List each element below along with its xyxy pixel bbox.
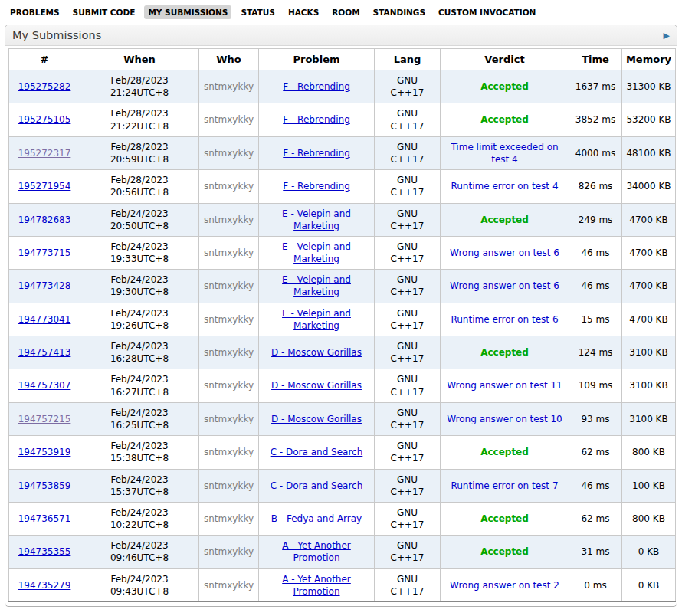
- submission-time: 20:56UTC+8: [84, 186, 195, 198]
- submission-id-link[interactable]: 194757215: [18, 414, 71, 424]
- submission-id-cell: 194757413: [9, 336, 80, 369]
- verdict-text[interactable]: Wrong answer on test 10: [447, 414, 562, 424]
- problem-link[interactable]: F - Rebrending: [283, 181, 350, 192]
- user-handle-link[interactable]: sntmxykky: [204, 314, 254, 325]
- submission-lang-cell: GNU C++17: [375, 436, 441, 469]
- nav-item-hacks[interactable]: HACKS: [284, 5, 323, 19]
- problem-link[interactable]: F - Rebrending: [283, 114, 350, 125]
- user-handle-link[interactable]: sntmxykky: [204, 480, 254, 491]
- submission-id-link[interactable]: 194773428: [18, 280, 71, 291]
- submission-id-link[interactable]: 194736571: [18, 513, 71, 524]
- execution-time-cell: 1637 ms: [569, 70, 622, 103]
- verdict-text[interactable]: Wrong answer on test 2: [450, 580, 559, 591]
- user-handle-link[interactable]: sntmxykky: [204, 414, 254, 424]
- submission-id-link[interactable]: 195275282: [18, 81, 71, 92]
- verdict-text[interactable]: Runtime error on test 4: [451, 181, 558, 192]
- user-handle-link[interactable]: sntmxykky: [204, 181, 254, 192]
- problem-link[interactable]: E - Velepin and Marketing: [282, 241, 351, 264]
- user-handle-link[interactable]: sntmxykky: [204, 347, 254, 358]
- submission-id-link[interactable]: 194757307: [18, 380, 71, 391]
- submission-verdict-cell: Wrong answer on test 2: [441, 568, 569, 601]
- submission-id-link[interactable]: 194753919: [18, 447, 71, 457]
- submission-when-cell: Feb/28/2023 20:56UTC+8: [80, 170, 199, 203]
- nav-item-my-submissions[interactable]: MY SUBMISSIONS: [144, 5, 231, 19]
- submission-row: 194736571 Feb/24/2023 10:22UTC+8 sntmxyk…: [9, 502, 676, 535]
- submission-date: Feb/24/2023: [84, 307, 195, 319]
- problem-link[interactable]: B - Fedya and Array: [271, 513, 362, 524]
- verdict-text[interactable]: Accepted: [480, 546, 529, 557]
- user-handle-link[interactable]: sntmxykky: [204, 513, 254, 524]
- problem-link[interactable]: A - Yet Another Promotion: [282, 574, 351, 597]
- verdict-text[interactable]: Wrong answer on test 6: [450, 247, 559, 258]
- problem-link[interactable]: D - Moscow Gorillas: [271, 380, 362, 391]
- verdict-text[interactable]: Accepted: [480, 447, 529, 457]
- nav-item-problems[interactable]: PROBLEMS: [6, 5, 64, 19]
- verdict-text[interactable]: Wrong answer on test 11: [447, 380, 562, 391]
- problem-link[interactable]: A - Yet Another Promotion: [282, 540, 351, 563]
- submission-date: Feb/24/2023: [84, 407, 195, 419]
- submission-when-cell: Feb/24/2023 15:37UTC+8: [80, 469, 199, 502]
- verdict-text[interactable]: Wrong answer on test 6: [450, 280, 559, 291]
- user-handle-link[interactable]: sntmxykky: [204, 380, 254, 391]
- submission-row: 194757215 Feb/24/2023 16:25UTC+8 sntmxyk…: [9, 402, 676, 435]
- problem-link[interactable]: D - Moscow Gorillas: [271, 414, 362, 424]
- problem-link[interactable]: E - Velepin and Marketing: [282, 274, 351, 297]
- submission-id-link[interactable]: 194773041: [18, 314, 71, 325]
- problem-link[interactable]: E - Velepin and Marketing: [282, 308, 351, 331]
- submission-problem-cell: F - Rebrending: [259, 70, 375, 103]
- submission-id-cell: 194773715: [9, 236, 80, 269]
- submission-row: 194782683 Feb/24/2023 20:50UTC+8 sntmxyk…: [9, 203, 676, 236]
- user-handle-link[interactable]: sntmxykky: [204, 280, 254, 291]
- submission-id-link[interactable]: 194782683: [18, 215, 71, 225]
- submission-id-link[interactable]: 195275105: [18, 114, 71, 125]
- verdict-text[interactable]: Time limit exceeded on test 4: [451, 142, 558, 165]
- user-handle-link[interactable]: sntmxykky: [204, 148, 254, 159]
- expand-arrow-icon[interactable]: ▶: [664, 31, 670, 40]
- verdict-text[interactable]: Accepted: [480, 513, 529, 524]
- problem-link[interactable]: F - Rebrending: [283, 148, 350, 159]
- submission-id-link[interactable]: 194757413: [18, 347, 71, 358]
- verdict-text[interactable]: Runtime error on test 6: [451, 314, 558, 325]
- user-handle-link[interactable]: sntmxykky: [204, 546, 254, 557]
- execution-time-cell: 46 ms: [569, 270, 622, 303]
- submission-lang-cell: GNU C++17: [375, 303, 441, 336]
- execution-time-cell: 62 ms: [569, 436, 622, 469]
- submission-id-link[interactable]: 194753859: [18, 480, 71, 491]
- verdict-text[interactable]: Accepted: [480, 347, 529, 358]
- verdict-text[interactable]: Accepted: [480, 215, 529, 225]
- submission-row: 195275105 Feb/28/2023 21:22UTC+8 sntmxyk…: [9, 103, 676, 136]
- nav-item-custom-invocation[interactable]: CUSTOM INVOCATION: [434, 5, 539, 19]
- language-label: GNU C++17: [389, 373, 427, 398]
- submission-id-link[interactable]: 194735355: [18, 546, 71, 557]
- nav-item-room[interactable]: ROOM: [328, 5, 363, 19]
- user-handle-link[interactable]: sntmxykky: [204, 580, 254, 591]
- submission-lang-cell: GNU C++17: [375, 469, 441, 502]
- problem-link[interactable]: C - Dora and Search: [271, 447, 363, 457]
- user-handle-link[interactable]: sntmxykky: [204, 447, 254, 457]
- user-handle-link[interactable]: sntmxykky: [204, 81, 254, 92]
- submission-id-link[interactable]: 195272317: [18, 148, 71, 159]
- nav-item-status[interactable]: STATUS: [237, 5, 278, 19]
- submission-id-link[interactable]: 194773715: [18, 247, 71, 258]
- user-handle-link[interactable]: sntmxykky: [204, 114, 254, 125]
- submission-lang-cell: GNU C++17: [375, 502, 441, 535]
- verdict-text[interactable]: Accepted: [480, 114, 529, 125]
- contest-nav: PROBLEMSSUBMIT CODEMY SUBMISSIONSSTATUSH…: [5, 4, 677, 25]
- submission-time: 21:24UTC+8: [84, 87, 195, 99]
- submission-id-link[interactable]: 195271954: [18, 181, 71, 192]
- verdict-text[interactable]: Runtime error on test 7: [451, 480, 558, 491]
- nav-item-standings[interactable]: STANDINGS: [369, 5, 429, 19]
- submission-who-cell: sntmxykky: [199, 536, 259, 568]
- submission-id-link[interactable]: 194735279: [18, 580, 71, 591]
- memory-cell: 48100 KB: [622, 136, 676, 169]
- language-label: GNU C++17: [389, 340, 427, 365]
- verdict-text[interactable]: Accepted: [480, 81, 529, 92]
- problem-link[interactable]: F - Rebrending: [283, 81, 350, 92]
- problem-link[interactable]: C - Dora and Search: [271, 480, 363, 491]
- submission-lang-cell: GNU C++17: [375, 236, 441, 269]
- nav-item-submit-code[interactable]: SUBMIT CODE: [69, 5, 139, 19]
- user-handle-link[interactable]: sntmxykky: [204, 247, 254, 258]
- problem-link[interactable]: E - Velepin and Marketing: [282, 208, 351, 231]
- problem-link[interactable]: D - Moscow Gorillas: [271, 347, 362, 358]
- user-handle-link[interactable]: sntmxykky: [204, 215, 254, 225]
